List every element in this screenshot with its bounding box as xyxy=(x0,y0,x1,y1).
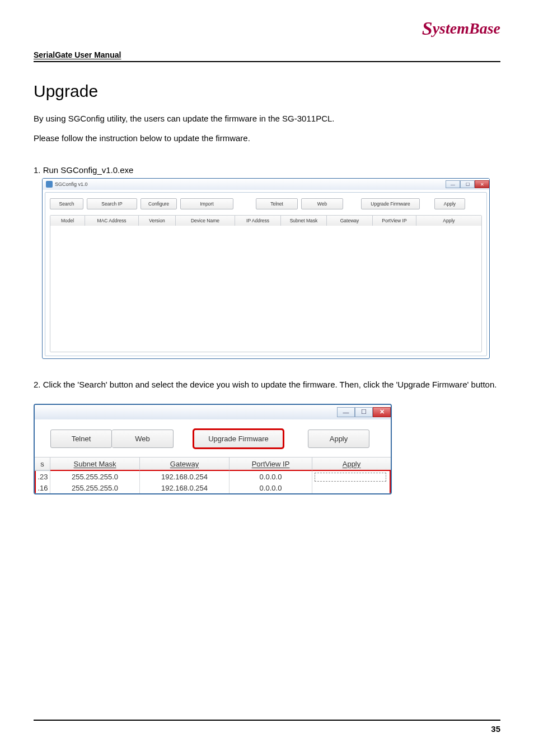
import-button[interactable]: Import xyxy=(180,198,233,209)
telnet-button[interactable]: Telnet xyxy=(256,198,298,209)
section-title: Upgrade xyxy=(34,82,500,101)
upgrade-firmware-button[interactable]: Upgrade Firmware xyxy=(361,198,420,209)
col-version[interactable]: Version xyxy=(139,216,176,226)
configure-button[interactable]: Configure xyxy=(140,198,177,209)
col-portview[interactable]: PortView IP xyxy=(373,216,416,226)
table-row[interactable]: .16 255.255.255.0 192.168.0.254 0.0.0.0 xyxy=(35,482,391,493)
col-ip[interactable]: IP Address xyxy=(235,216,281,226)
cell-portview: 0.0.0.0 xyxy=(229,482,312,493)
window-titlebar: SGConfig v1.0 — ☐ ✕ xyxy=(43,179,489,190)
search-button[interactable]: Search xyxy=(50,198,83,209)
cell-s: .23 xyxy=(35,471,50,482)
cell-portview: 0.0.0.0 xyxy=(229,471,312,482)
col-subnet[interactable]: Subnet Mask xyxy=(281,216,327,226)
maximize-button[interactable]: ☐ xyxy=(460,180,475,188)
brand-logo: SystemBase xyxy=(422,17,500,38)
crop-titlebar: — ☐ ✕ xyxy=(35,405,391,419)
maximize-button[interactable]: ☐ xyxy=(355,407,373,417)
app-icon xyxy=(46,181,53,188)
col-apply[interactable]: Apply xyxy=(416,216,481,226)
intro-paragraph-2: Please follow the instruction below to u… xyxy=(34,130,500,146)
cell-subnet: 255.255.255.0 xyxy=(50,471,140,482)
minimize-button[interactable]: — xyxy=(446,180,460,188)
web-button[interactable]: Web xyxy=(301,198,343,209)
crop-table-header: s Subnet Mask Gateway PortView IP Apply xyxy=(35,457,391,471)
table-row[interactable]: .23 255.255.255.0 192.168.0.254 0.0.0.0 xyxy=(35,471,391,482)
apply-button[interactable]: Apply xyxy=(434,198,465,209)
col-model[interactable]: Model xyxy=(50,216,85,226)
cell-apply[interactable] xyxy=(312,471,391,482)
page-number: 35 xyxy=(491,724,500,734)
telnet-button[interactable]: Telnet xyxy=(50,430,112,448)
web-button[interactable]: Web xyxy=(112,430,174,448)
brand-rest: ystemBase xyxy=(433,20,500,37)
cell-apply[interactable] xyxy=(312,482,391,493)
sgconfig-window: SGConfig v1.0 — ☐ ✕ Search Search IP Con… xyxy=(42,178,490,359)
step-2-text: 2. Click the 'Search' button and select … xyxy=(34,376,500,394)
col-apply[interactable]: Apply xyxy=(312,458,391,471)
device-table-body xyxy=(50,226,481,352)
col-s[interactable]: s xyxy=(35,458,50,471)
cell-gateway: 192.168.0.254 xyxy=(140,471,229,482)
sgconfig-crop-window: — ☐ ✕ Telnet Web Upgrade Firmware Apply … xyxy=(34,404,392,494)
page-footer: 35 xyxy=(34,720,500,734)
apply-cell-focus[interactable] xyxy=(315,473,386,482)
col-subnet[interactable]: Subnet Mask xyxy=(50,458,140,471)
close-button[interactable]: ✕ xyxy=(373,407,391,417)
cell-subnet: 255.255.255.0 xyxy=(50,482,140,493)
minimize-button[interactable]: — xyxy=(337,407,355,417)
window-title: SGConfig v1.0 xyxy=(55,181,88,187)
col-portview[interactable]: PortView IP xyxy=(229,458,312,471)
col-mac[interactable]: MAC Address xyxy=(85,216,139,226)
cell-s: .16 xyxy=(35,482,50,493)
col-gateway[interactable]: Gateway xyxy=(327,216,373,226)
col-device-name[interactable]: Device Name xyxy=(176,216,235,226)
intro-paragraph-1: By using SGConfig utility, the users can… xyxy=(34,111,500,126)
col-gateway[interactable]: Gateway xyxy=(140,458,229,471)
device-table: Model MAC Address Version Device Name IP… xyxy=(50,215,482,352)
cell-gateway: 192.168.0.254 xyxy=(140,482,229,493)
apply-button[interactable]: Apply xyxy=(308,430,369,448)
close-button[interactable]: ✕ xyxy=(475,180,489,188)
brand-initial: S xyxy=(422,18,433,39)
manual-title: SerialGate User Manual xyxy=(34,50,500,62)
search-ip-button[interactable]: Search IP xyxy=(87,198,137,209)
step-1-text: 1. Run SGConfig_v1.0.exe xyxy=(34,165,500,175)
upgrade-firmware-button[interactable]: Upgrade Firmware xyxy=(194,430,283,448)
